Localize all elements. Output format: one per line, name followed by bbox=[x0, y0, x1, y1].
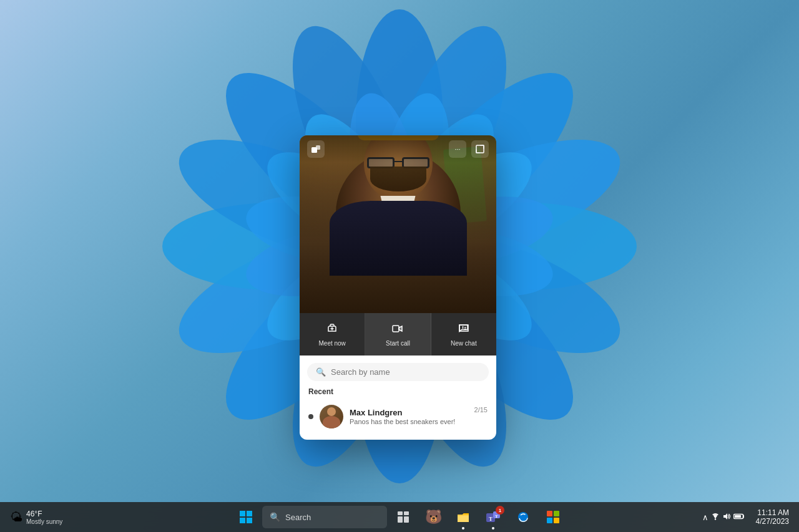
svg-rect-58 bbox=[547, 511, 552, 516]
svg-rect-61 bbox=[554, 518, 559, 523]
taskbar-search-icon: 🔍 bbox=[270, 512, 280, 522]
more-options-button[interactable]: ··· bbox=[449, 140, 466, 158]
svg-rect-59 bbox=[554, 511, 559, 516]
svg-rect-45 bbox=[393, 326, 399, 332]
action-bar: Meet now Start call bbox=[300, 313, 496, 355]
edge-button[interactable] bbox=[509, 503, 537, 531]
svg-rect-48 bbox=[240, 518, 245, 523]
svg-rect-52 bbox=[398, 516, 403, 523]
recent-label: Recent bbox=[307, 387, 489, 396]
teams-popup-window: ··· bbox=[300, 135, 496, 440]
clock[interactable]: 11:11 AM 4/27/2023 bbox=[751, 507, 794, 527]
recent-contact-item[interactable]: Max Lindgren Panos has the best sneakers… bbox=[307, 401, 489, 432]
tray-icons[interactable]: ∧ bbox=[699, 510, 748, 525]
svg-rect-50 bbox=[398, 511, 403, 515]
widgets-button[interactable]: 🐻 bbox=[419, 503, 447, 531]
contact-name: Max Lindgren bbox=[350, 408, 468, 417]
system-tray: ∧ bbox=[699, 502, 799, 532]
battery-icon[interactable] bbox=[733, 513, 745, 522]
svg-rect-44 bbox=[476, 145, 484, 153]
new-chat-label: New chat bbox=[451, 340, 477, 347]
network-icon[interactable] bbox=[711, 512, 720, 523]
new-chat-button[interactable]: New chat bbox=[431, 313, 496, 355]
show-hidden-icons[interactable]: ∧ bbox=[702, 513, 708, 522]
meet-now-button[interactable]: Meet now bbox=[300, 313, 365, 355]
clock-time: 11:11 AM bbox=[757, 508, 789, 517]
weather-temperature: 46°F bbox=[26, 510, 62, 518]
contact-info: Max Lindgren Panos has the best sneakers… bbox=[350, 408, 468, 425]
svg-rect-64 bbox=[735, 515, 741, 518]
search-box-icon: 🔍 bbox=[316, 367, 326, 377]
teams-logo-icon bbox=[307, 140, 325, 158]
teams-notification-badge: 1 bbox=[496, 506, 504, 515]
task-view-button[interactable] bbox=[390, 503, 417, 531]
svg-rect-60 bbox=[547, 518, 552, 523]
video-header-right: ··· bbox=[449, 140, 489, 158]
expand-button[interactable] bbox=[471, 140, 489, 158]
search-box[interactable]: 🔍 bbox=[307, 363, 489, 381]
contact-indicator bbox=[308, 414, 313, 419]
start-call-button[interactable]: Start call bbox=[365, 313, 431, 355]
desktop: ··· bbox=[0, 0, 799, 532]
taskbar-search[interactable]: 🔍 Search bbox=[262, 506, 387, 528]
teams-button[interactable]: T T 1 bbox=[479, 503, 507, 531]
widgets-icon: 🐻 bbox=[425, 509, 442, 525]
start-call-icon bbox=[391, 322, 404, 337]
contact-message: Panos has the best sneakers ever! bbox=[350, 418, 468, 425]
clock-date: 4/27/2023 bbox=[756, 517, 789, 526]
start-button[interactable] bbox=[232, 503, 260, 531]
contact-date: 2/15 bbox=[474, 406, 488, 414]
weather-icon: 🌤 bbox=[10, 510, 22, 525]
meet-now-label: Meet now bbox=[318, 340, 345, 347]
sound-icon[interactable] bbox=[722, 512, 731, 523]
taskbar-search-label: Search bbox=[285, 513, 311, 522]
svg-text:T: T bbox=[489, 516, 493, 522]
svg-rect-53 bbox=[404, 516, 409, 523]
taskbar: 🌤 46°F Mostly sunny 🔍 Search bbox=[0, 502, 799, 532]
svg-rect-46 bbox=[240, 511, 245, 516]
svg-rect-49 bbox=[247, 518, 252, 523]
video-header: ··· bbox=[300, 135, 496, 163]
svg-text:T: T bbox=[495, 514, 498, 519]
svg-point-62 bbox=[714, 518, 715, 520]
video-section: ··· bbox=[300, 135, 496, 313]
taskbar-center: 🔍 Search 🐻 bbox=[232, 503, 567, 531]
contact-avatar bbox=[320, 405, 343, 428]
start-call-label: Start call bbox=[386, 340, 410, 347]
store-button[interactable] bbox=[539, 503, 567, 531]
svg-rect-47 bbox=[247, 511, 252, 516]
new-chat-icon bbox=[458, 322, 470, 337]
bottom-section: 🔍 Recent Max Lindgren Panos has the best… bbox=[300, 355, 496, 440]
file-explorer-button[interactable] bbox=[449, 503, 477, 531]
svg-rect-51 bbox=[404, 511, 409, 515]
weather-description: Mostly sunny bbox=[26, 518, 62, 525]
weather-info: 46°F Mostly sunny bbox=[26, 510, 62, 525]
meet-now-icon bbox=[326, 322, 338, 337]
svg-rect-43 bbox=[316, 145, 320, 150]
search-by-name-input[interactable] bbox=[331, 367, 480, 377]
weather-widget[interactable]: 🌤 46°F Mostly sunny bbox=[5, 502, 67, 532]
